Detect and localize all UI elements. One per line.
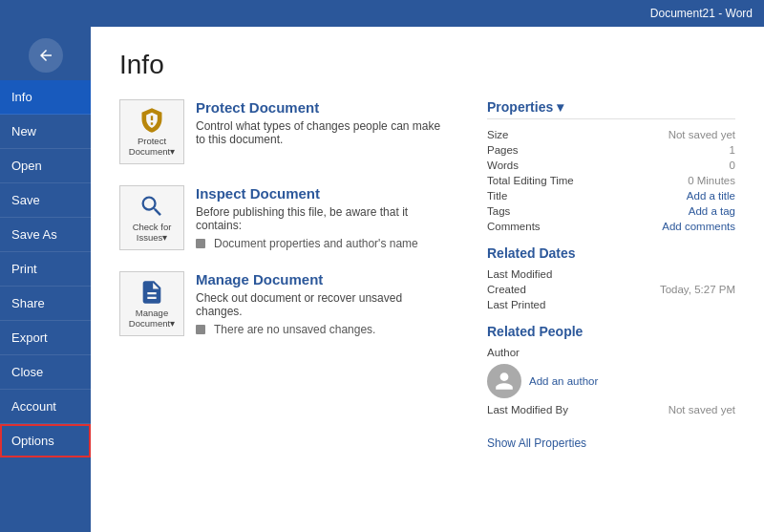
inspect-icon-label: Check for Issues▾ [133,222,172,244]
property-row: Pages1 [487,142,735,158]
author-label: Author [487,347,583,358]
property-label: Size [487,129,583,140]
protect-desc: Control what types of changes people can… [196,119,449,146]
author-avatar [487,364,521,398]
property-value[interactable]: Add comments [583,221,735,232]
manage-text: Manage DocumentCheck out document or rec… [196,271,449,336]
property-row: Total Editing Time0 Minutes [487,173,735,188]
info-cards: Protect Document▾Protect DocumentControl… [119,99,449,451]
property-row: TagsAdd a tag [487,203,735,219]
property-row: CommentsAdd comments [487,219,735,234]
person-icon [494,371,515,392]
protect-title: Protect Document [196,99,449,116]
property-label: Comments [487,221,583,232]
author-row-label: Author [487,345,735,360]
manage-icon-label: Manage Document▾ [129,308,175,330]
property-value[interactable]: Add a title [583,190,735,202]
manage-icon-wrap[interactable]: Manage Document▾ [119,271,184,336]
sidebar-item-close[interactable]: Close [0,355,91,390]
manage-desc: Check out document or recover unsaved ch… [196,291,449,318]
protect-icon-wrap[interactable]: Protect Document▾ [119,99,184,164]
date-label: Last Modified [487,268,583,280]
sidebar-item-export[interactable]: Export [0,321,91,355]
sidebar-item-open[interactable]: Open [0,149,91,183]
sidebar-item-options[interactable]: Options [0,424,91,458]
inspect-text: Inspect DocumentBefore publishing this f… [196,185,449,250]
properties-panel: Properties ▾ SizeNot saved yetPages1Word… [487,99,735,451]
date-label: Last Printed [487,299,583,310]
card-manage: Manage Document▾Manage DocumentCheck out… [119,271,449,336]
property-label: Tags [487,205,583,217]
inspect-icon-wrap[interactable]: Check for Issues▾ [119,185,184,250]
property-value: 0 [583,160,735,171]
related-people-block: Author Add an author Last Modified By No… [487,345,735,417]
manage-title: Manage Document [196,271,449,287]
manage-detail: There are no unsaved changes. [196,323,449,336]
inspect-detail: Document properties and author's name [196,237,449,250]
last-modified-by-row: Last Modified By Not saved yet [487,402,735,417]
show-all-properties-link[interactable]: Show All Properties [487,436,586,450]
property-value: Not saved yet [583,129,735,140]
main-content: Info Protect Document▾Protect DocumentCo… [91,27,764,532]
protect-text: Protect DocumentControl what types of ch… [196,99,449,151]
sidebar-item-info[interactable]: Info [0,80,91,115]
last-modified-by-value: Not saved yet [583,404,735,415]
add-author-link[interactable]: Add an author [529,375,598,387]
date-value [583,268,735,280]
property-value: 0 Minutes [583,175,735,186]
back-button[interactable] [29,38,63,73]
property-label: Pages [487,144,583,156]
property-value: 1 [583,144,735,156]
sidebar-item-save-as[interactable]: Save As [0,218,91,252]
last-modified-by-label: Last Modified By [487,404,583,415]
property-label: Title [487,190,583,202]
date-value [583,299,735,310]
related-date-row: CreatedToday, 5:27 PM [487,282,735,297]
property-label: Words [487,160,583,171]
title-bar-text: Document21 - Word [650,7,753,20]
sidebar: InfoNewOpenSaveSave AsPrintShareExportCl… [0,27,91,532]
sidebar-item-print[interactable]: Print [0,252,91,287]
sidebar-item-save[interactable]: Save [0,183,91,218]
card-protect: Protect Document▾Protect DocumentControl… [119,99,449,164]
property-label: Total Editing Time [487,175,583,186]
property-row: TitleAdd a title [487,188,735,203]
sidebar-item-account[interactable]: Account [0,390,91,424]
property-value[interactable]: Add a tag [583,205,735,217]
related-date-row: Last Modified [487,266,735,282]
property-row: Words0 [487,158,735,173]
back-arrow-icon [37,47,54,64]
related-people-title: Related People [487,324,735,339]
date-label: Created [487,284,583,295]
title-bar: Document21 - Word [0,0,764,27]
inspect-title: Inspect Document [196,185,449,202]
info-sections: Protect Document▾Protect DocumentControl… [119,99,735,451]
page-title: Info [119,50,735,80]
properties-rows: SizeNot saved yetPages1Words0Total Editi… [487,127,735,234]
related-dates-title: Related Dates [487,245,735,261]
sidebar-item-new[interactable]: New [0,115,91,149]
sidebar-item-share[interactable]: Share [0,287,91,321]
app-body: InfoNewOpenSaveSave AsPrintShareExportCl… [0,27,764,532]
property-row: SizeNot saved yet [487,127,735,142]
related-dates-block: Last ModifiedCreatedToday, 5:27 PMLast P… [487,266,735,312]
bullet-icon [196,325,205,334]
bullet-icon [196,239,205,248]
author-info-row: Add an author [487,364,735,398]
card-inspect: Check for Issues▾Inspect DocumentBefore … [119,185,449,250]
properties-title: Properties ▾ [487,99,735,119]
sidebar-items-container: InfoNewOpenSaveSave AsPrintShareExportCl… [0,80,91,458]
date-value: Today, 5:27 PM [583,284,735,295]
protect-icon-label: Protect Document▾ [129,136,175,158]
inspect-desc: Before publishing this file, be aware th… [196,205,449,232]
related-date-row: Last Printed [487,297,735,312]
